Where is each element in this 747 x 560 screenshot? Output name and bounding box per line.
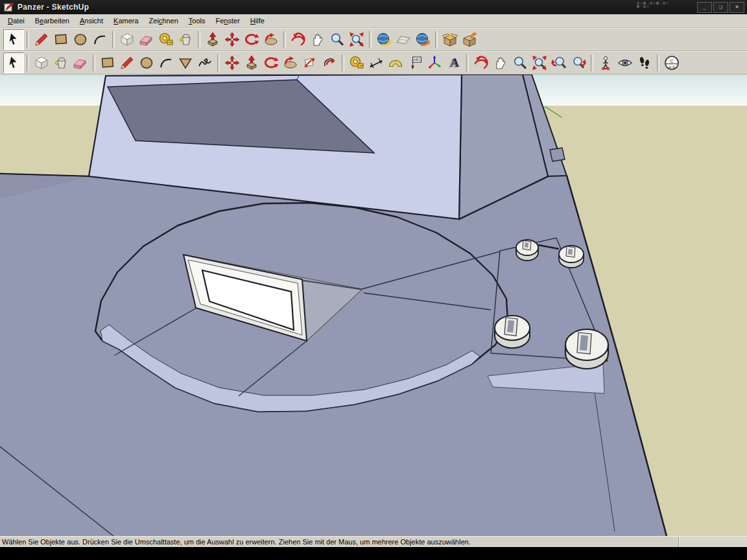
fuel-cap-rear-left[interactable] [516,240,538,261]
menu-bearbeiten[interactable]: Bearbeiten [30,16,75,26]
measurement-box[interactable] [678,537,747,547]
zoom-next-tool-button[interactable] [569,53,588,73]
toggle-terrain-tool-button[interactable] [394,30,413,49]
orbit-icon [290,32,306,47]
freehand-tool-button[interactable] [195,53,215,73]
select-tool-button[interactable] [3,52,24,73]
make-component-tool-button[interactable] [32,53,51,73]
rectangle-tool-button[interactable] [98,53,117,73]
toolbar-separator [657,54,659,71]
sketchup-window: Panzer - SketchUp _❏✕ DateiBearbeitenAns… [0,0,747,560]
circle-tool-button[interactable] [137,53,156,73]
toolbar-separator [283,31,286,48]
tape-measure-tool-button[interactable] [347,53,366,73]
make-component-tool-button[interactable] [117,30,137,49]
toolbar-large-tool-set: ABCAACA-5 [0,51,747,75]
eraser-tool-button[interactable] [137,30,156,49]
restore-button[interactable]: ❏ [713,2,728,13]
offset-tool-button[interactable] [320,53,339,73]
add-location-icon [376,32,392,47]
fuel-cap-front-right[interactable] [565,329,608,369]
status-bar: Wählen Sie Objekte aus. Drücken Sie die … [0,536,747,547]
scale-tool-button[interactable] [300,53,320,73]
menu-fenster[interactable]: Fenster [211,16,245,26]
polygon-tool-button[interactable] [176,53,195,73]
freehand-icon [197,55,213,71]
arc-tool-button[interactable] [156,53,176,73]
move-icon [224,55,240,71]
toolbar-separator [342,54,344,71]
move-tool-button[interactable] [222,53,242,73]
orbit-tool-button[interactable] [471,53,491,73]
follow-me-tool-button[interactable] [261,30,281,49]
zoom-extents-tool-button[interactable] [530,53,549,73]
zoom-previous-tool-button[interactable] [549,53,569,73]
menu-tools[interactable]: Tools [184,16,211,26]
position-camera-icon [598,55,613,71]
line-tool-button[interactable] [32,30,51,49]
menu-zeichnen[interactable]: Zeichnen [144,16,184,26]
circle-tool-button[interactable] [71,30,90,49]
section-plane-tool-button[interactable]: CA-5 [662,53,682,73]
rotate-tool-button[interactable] [242,30,261,49]
rectangle-tool-button[interactable] [51,30,71,49]
make-component-icon [119,32,135,47]
rotate-tool-button[interactable] [261,53,281,73]
axes-tool-button[interactable] [425,53,444,73]
3d-text-tool-button[interactable]: AA [444,53,464,73]
cap-slot [568,249,573,255]
menu-kamera[interactable]: Kamera [108,16,144,26]
toolbar-separator [112,31,115,48]
toolbar-separator [466,54,469,71]
share-model-tool-button[interactable] [460,30,479,49]
close-button[interactable]: ✕ [729,2,744,13]
look-around-tool-button[interactable] [615,53,635,73]
menu-ansicht[interactable]: Ansicht [75,16,108,26]
svg-text:C: C [670,59,673,64]
walk-tool-button[interactable] [635,53,654,73]
paint-bucket-icon [178,32,193,47]
zoom-tool-button[interactable] [510,53,530,73]
rectangle-icon [100,55,115,71]
titlebar-texture [637,2,670,12]
eraser-icon [73,55,88,71]
minimize-button[interactable]: _ [697,2,712,13]
pan-icon [493,55,508,71]
rotate-icon [244,32,259,47]
arc-tool-button[interactable] [90,30,110,49]
orbit-tool-button[interactable] [289,30,308,49]
text-tool-button[interactable]: ABC [405,53,425,73]
dimension-tool-button[interactable] [366,53,386,73]
model-viewport[interactable] [0,75,747,536]
paint-bucket-tool-button[interactable] [176,30,195,49]
line-tool-button[interactable] [117,53,137,73]
add-location-tool-button[interactable] [374,30,394,49]
offset-icon [322,55,337,71]
select-tool-button[interactable] [3,29,24,50]
push-pull-tool-button[interactable] [203,30,222,49]
move-tool-button[interactable] [222,30,242,49]
pan-icon [310,32,326,47]
push-pull-tool-button[interactable] [242,53,261,73]
eraser-tool-button[interactable] [71,53,90,73]
pan-tool-button[interactable] [491,53,510,73]
paint-bucket-tool-button[interactable] [51,53,71,73]
rectangle-icon [53,32,69,47]
protractor-tool-button[interactable] [386,53,405,73]
zoom-extents-tool-button[interactable] [347,30,366,49]
tape-measure-icon [349,55,364,71]
menu-datei[interactable]: Datei [3,16,30,26]
fuel-cap-front-left[interactable] [495,316,530,348]
fuel-cap-rear-right[interactable] [559,246,584,268]
position-camera-tool-button[interactable] [596,53,615,73]
menu-bar: DateiBearbeitenAnsichtKameraZeichnenTool… [0,14,747,28]
photo-textures-tool-button[interactable] [413,30,433,49]
look-around-icon [617,55,633,71]
follow-me-tool-button[interactable] [281,53,300,73]
menu-hilfe[interactable]: Hilfe [245,16,270,26]
pan-tool-button[interactable] [308,30,327,49]
zoom-tool-button[interactable] [327,30,347,49]
tape-measure-tool-button[interactable] [156,30,176,49]
walk-icon [637,55,652,71]
get-models-tool-button[interactable] [440,30,460,49]
